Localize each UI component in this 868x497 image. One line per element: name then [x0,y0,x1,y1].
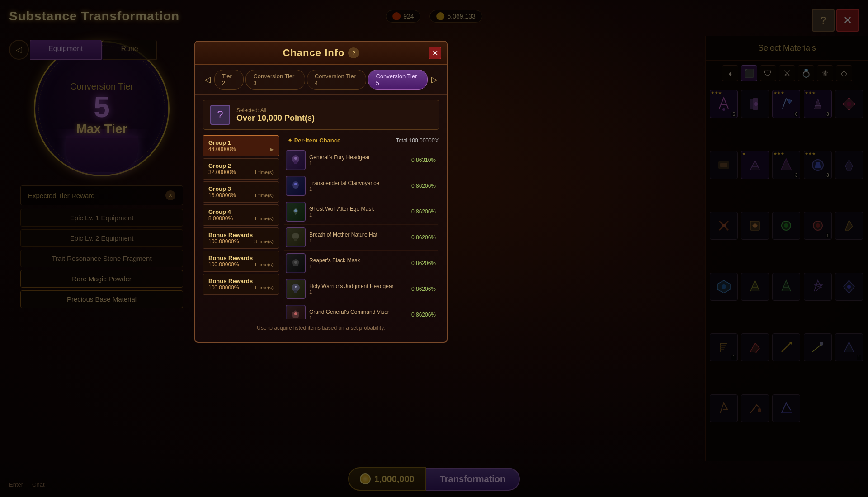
items-list: General's Fury Headgear 1 0.86310% Tra [284,147,439,319]
group-item-5[interactable]: Bonus Rewards 100.00000% 1 time(s) [203,251,279,272]
item-row-0: General's Fury Headgear 1 0.86310% [284,147,438,173]
svg-rect-7 [294,238,297,241]
item-info-2: Ghost Wolf Alter Ego Mask 1 [309,206,401,218]
tier-tab-next[interactable]: ▷ [429,75,439,85]
svg-rect-1 [294,161,297,164]
modal-footer-note: Use to acquire listed items based on a s… [195,319,447,333]
per-item-label: ✦ Per-Item Chance [288,137,340,144]
svg-point-12 [294,312,297,315]
group-list: Group 1 44.00000% ▶ Group 2 32.00000% 1 … [203,135,284,319]
modal-info-icon: ? [210,105,230,125]
selected-value: Over 10,000 Point(s) [236,114,315,123]
modal-body: Group 1 44.00000% ▶ Group 2 32.00000% 1 … [195,135,447,319]
modal-overlay: Chance Info ? ✕ ◁ Tier 2 Conversion Tier… [0,0,868,497]
modal-tier-tabs: ◁ Tier 2 Conversion Tier 3 Conversion Ti… [195,65,447,95]
group-item-0[interactable]: Group 1 44.00000% ▶ [203,135,279,156]
item-icon-6 [286,305,306,319]
item-row-4: Reaper's Black Mask 1 0.86206% [284,251,438,276]
item-row-1: Transcendental Clairvoyance 1 0.86206% [284,173,438,199]
group-item-4[interactable]: Bonus Rewards 100.00000% 3 time(s) [203,227,279,249]
items-panel: ✦ Per-Item Chance Total 100.00000% Gener… [284,135,439,319]
modal-tier-tab-2[interactable]: Tier 2 [214,70,244,90]
modal-tier-tab-5[interactable]: Conversion Tier 5 [368,70,428,90]
modal-header: Chance Info ? ✕ [195,42,447,65]
svg-point-4 [294,183,297,185]
modal-info-text: Selected: All Over 10,000 Point(s) [236,107,315,123]
item-icon-3 [286,227,306,247]
modal-title: Chance Info [283,47,345,59]
item-info-1: Transcendental Clairvoyance 1 [309,180,401,192]
total-pct-label: Total 100.00000% [396,137,439,144]
item-info-0: General's Fury Headgear 1 [309,154,401,166]
chance-info-modal: Chance Info ? ✕ ◁ Tier 2 Conversion Tier… [194,41,448,343]
tier-tab-prev[interactable]: ◁ [203,75,212,85]
items-header: ✦ Per-Item Chance Total 100.00000% [284,135,439,147]
item-info-3: Breath of Mother Nature Hat 1 [309,232,401,243]
svg-point-8 [294,261,297,264]
group-item-3[interactable]: Group 4 8.00000% 1 time(s) [203,204,279,226]
item-row-5: Holy Warrior's Judgment Headgear 1 0.862… [284,276,438,302]
item-icon-2 [286,202,306,222]
group-item-6[interactable]: Bonus Rewards 100.00000% 1 time(s) [203,274,279,295]
svg-point-11 [295,286,297,288]
item-info-6: Grand General's Command Visor 1 [309,309,401,319]
svg-point-2 [294,157,297,160]
item-icon-4 [286,253,306,273]
modal-tier-tab-3[interactable]: Conversion Tier 3 [245,70,305,90]
group-item-2[interactable]: Group 3 16.00000% 1 time(s) [203,181,279,203]
item-row-6: Grand General's Command Visor 1 0.86206% [284,302,438,319]
item-info-4: Reaper's Black Mask 1 [309,257,401,269]
selected-label: Selected: All [236,107,315,114]
item-row-3: Breath of Mother Nature Hat 1 0.86206% [284,225,438,251]
item-row-2: Ghost Wolf Alter Ego Mask 1 0.86206% [284,199,438,225]
modal-info-bar: ? Selected: All Over 10,000 Point(s) [203,100,439,130]
item-icon-0 [286,150,306,170]
item-info-5: Holy Warrior's Judgment Headgear 1 [309,283,401,295]
svg-point-5 [294,209,297,212]
group-item-1[interactable]: Group 2 32.00000% 1 time(s) [203,158,279,180]
item-icon-1 [286,176,306,196]
item-icon-5 [286,279,306,299]
modal-close-button[interactable]: ✕ [429,47,441,59]
svg-rect-10 [294,290,297,293]
modal-tier-tab-4[interactable]: Conversion Tier 4 [307,70,367,90]
modal-help-button[interactable]: ? [348,47,359,58]
